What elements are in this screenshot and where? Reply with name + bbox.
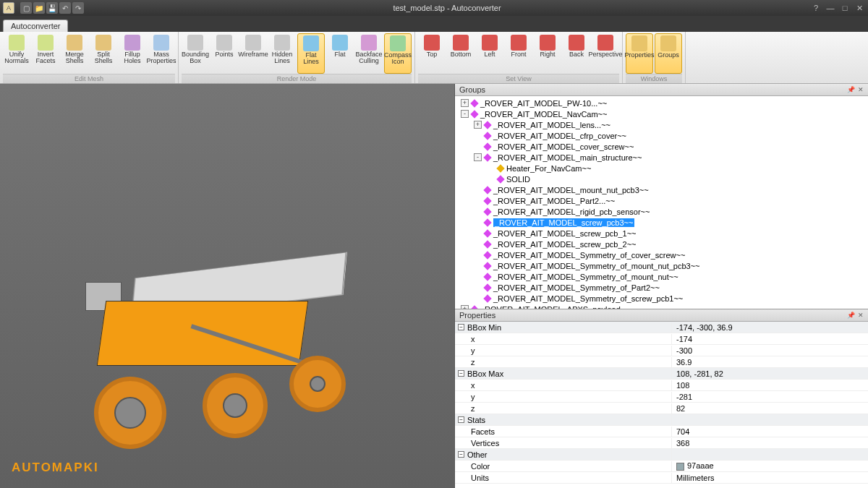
tree-node[interactable]: _ROVER_AIT_MODEL_cfrp_cover~~ (455, 130, 868, 141)
collapse-icon[interactable]: − (458, 416, 464, 423)
ribbon-button[interactable]: Bounding Box (182, 33, 209, 74)
ribbon-button[interactable]: Flat (326, 33, 354, 74)
tree-node[interactable]: _ROVER_AIT_MODEL_rigid_pcb_sensor~~ (455, 206, 868, 217)
node-icon (483, 197, 491, 205)
ribbon-button[interactable]: Compass Icon (384, 33, 412, 74)
ribbon-button[interactable]: Groups (655, 33, 682, 74)
groups-tree[interactable]: +_ROVER_AIT_MODEL_PW-10...~~-_ROVER_AIT_… (455, 96, 868, 309)
property-row[interactable]: Vertices368 (455, 437, 868, 449)
ribbon-button[interactable]: Split Shells (90, 33, 117, 74)
close-button[interactable]: ✕ (854, 4, 865, 13)
tree-node[interactable]: +_ROVER_AIT_MODEL_lens...~~ (455, 119, 868, 130)
ribbon-button[interactable]: Merge Shells (61, 33, 88, 74)
property-row[interactable]: UnitsMillimeters (455, 472, 868, 484)
pin-icon[interactable]: 📌 (847, 312, 855, 319)
collapse-icon[interactable]: - (474, 153, 482, 161)
ribbon-button[interactable]: Fillup Holes (119, 33, 146, 74)
ribbon-button[interactable]: Right (534, 33, 561, 74)
help-icon[interactable]: ? (810, 4, 822, 13)
ribbon-button[interactable]: Points (210, 33, 238, 74)
property-row[interactable]: Color97aaae (455, 461, 868, 472)
ribbon-button[interactable]: Front (505, 33, 532, 74)
panel-close-icon[interactable]: ✕ (858, 312, 864, 319)
property-key: −Other (455, 450, 672, 460)
ribbon-label: Backface Culling (355, 51, 382, 64)
tab-autoconverter[interactable]: Autoconverter (3, 20, 68, 32)
property-category[interactable]: −Other (455, 449, 868, 461)
ribbon-button[interactable]: Left (476, 33, 503, 74)
ribbon-group-title: Render Mode (182, 74, 412, 83)
collapse-icon[interactable]: - (461, 110, 469, 118)
ribbon-button[interactable]: Top (418, 33, 446, 74)
expand-icon[interactable]: + (474, 121, 482, 129)
tree-node[interactable]: +_ROVER_AIT_MODEL_APXS_payload~~ (455, 304, 868, 309)
ribbon-label: Back (569, 51, 584, 58)
ribbon-icon (482, 35, 498, 51)
ribbon-button[interactable]: Bottom (447, 33, 475, 74)
tree-node[interactable]: _ROVER_AIT_MODEL_Symmetry_of_mount_nut~~ (455, 271, 868, 282)
qat-new-icon[interactable]: ▢ (20, 2, 32, 14)
tree-node[interactable]: _ROVER_AIT_MODEL_cover_screw~~ (455, 141, 868, 152)
property-row[interactable]: x108 (455, 380, 868, 391)
ribbon-button[interactable]: Unify Normals (3, 33, 30, 74)
tree-node[interactable]: _ROVER_AIT_MODEL_screw_pcb_2~~ (455, 239, 868, 249)
qat-redo-icon[interactable]: ↷ (72, 2, 84, 14)
property-key: z (455, 403, 672, 414)
property-category[interactable]: −BBox Min-174, -300, 36.9 (455, 322, 868, 333)
tree-node[interactable]: _ROVER_AIT_MODEL_mount_nut_pcb3~~ (455, 184, 868, 195)
qat-save-icon[interactable]: 💾 (46, 2, 58, 14)
qat-open-icon[interactable]: 📁 (33, 2, 45, 14)
node-icon (470, 110, 478, 118)
collapse-icon[interactable]: − (458, 451, 464, 458)
node-icon (483, 218, 491, 226)
ribbon-button[interactable]: Back (563, 33, 590, 74)
tree-node[interactable]: +_ROVER_AIT_MODEL_PW-10...~~ (455, 98, 868, 108)
ribbon-label: Merge Shells (65, 51, 84, 64)
collapse-icon[interactable]: − (458, 324, 464, 330)
property-row[interactable]: x-174 (455, 333, 868, 345)
property-category[interactable]: −BBox Max108, -281, 82 (455, 368, 868, 380)
minimize-button[interactable]: — (825, 4, 836, 13)
properties-grid[interactable]: −BBox Min-174, -300, 36.9x-174y-300z36.9… (455, 322, 868, 488)
ribbon-button[interactable]: Wireframe (239, 33, 267, 74)
tree-node[interactable]: Heater_For_NavCam~~ (455, 163, 868, 174)
property-row[interactable]: z36.9 (455, 356, 868, 368)
property-row[interactable]: Facets704 (455, 426, 868, 437)
expand-icon[interactable]: + (461, 99, 469, 107)
pin-icon[interactable]: 📌 (847, 86, 855, 93)
tree-node[interactable]: _ROVER_AIT_MODEL_Symmetry_of_screw_pcb1~… (455, 293, 868, 304)
ribbon-icon (274, 35, 290, 51)
viewport-3d[interactable]: AUTOMAPKI (0, 84, 454, 488)
tree-node[interactable]: _ROVER_AIT_MODEL_Symmetry_of_cover_screw… (455, 249, 868, 260)
ribbon-button[interactable]: Flat Lines (297, 33, 325, 74)
tree-node[interactable]: _ROVER_AIT_MODEL_screw_pcb3~~ (455, 217, 868, 228)
tree-node[interactable]: _ROVER_AIT_MODEL_Symmetry_of_mount_nut_p… (455, 260, 868, 271)
tree-node[interactable]: -_ROVER_AIT_MODEL_main_structure~~ (455, 152, 868, 163)
tree-node[interactable]: _ROVER_AIT_MODEL_Part2...~~ (455, 195, 868, 206)
ribbon-icon (216, 35, 232, 51)
qat-undo-icon[interactable]: ↶ (59, 2, 71, 14)
ribbon-group-title: Windows (626, 74, 682, 83)
tree-node[interactable]: _ROVER_AIT_MODEL_screw_pcb_1~~ (455, 228, 868, 239)
ribbon-button[interactable]: Hidden Lines (268, 33, 296, 74)
maximize-button[interactable]: □ (839, 4, 851, 13)
ribbon-button[interactable]: Invert Facets (32, 33, 59, 74)
property-row[interactable]: z82 (455, 403, 868, 414)
ribbon-button[interactable]: Mass Properties (148, 33, 175, 74)
node-icon (483, 273, 491, 281)
panel-close-icon[interactable]: ✕ (858, 86, 864, 93)
property-value: 97aaae (672, 461, 868, 471)
tree-node[interactable]: _ROVER_AIT_MODEL_Symmetry_of_Part2~~ (455, 282, 868, 293)
ribbon-button[interactable]: Perspective (592, 33, 619, 74)
ribbon-button[interactable]: Properties (626, 33, 653, 74)
properties-panel-header[interactable]: Properties 📌 ✕ (455, 309, 868, 322)
property-row[interactable]: y-281 (455, 391, 868, 403)
property-category[interactable]: −Stats (455, 414, 868, 426)
tree-node[interactable]: SOLID (455, 174, 868, 184)
ribbon-button[interactable]: Backface Culling (355, 33, 383, 74)
ribbon-group-title: Edit Mesh (3, 74, 175, 83)
groups-panel-header[interactable]: Groups 📌 ✕ (455, 84, 868, 96)
tree-node[interactable]: -_ROVER_AIT_MODEL_NavCam~~ (455, 108, 868, 119)
collapse-icon[interactable]: − (458, 370, 464, 377)
property-row[interactable]: y-300 (455, 345, 868, 356)
